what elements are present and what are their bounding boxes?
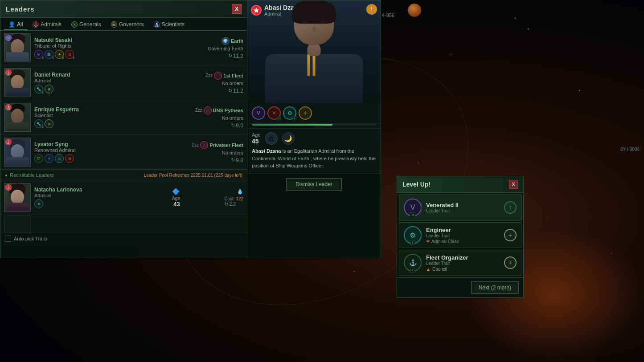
levelup-option-fleet-organizer[interactable]: ⚓ I Fleet Organizer Leader Trait ▲ Counc… bbox=[399, 250, 521, 276]
natacha-name: Natacha Larionova bbox=[34, 187, 168, 193]
fleet-organizer-sub-label: Council bbox=[432, 267, 447, 272]
enrique-status: No orders bbox=[172, 115, 243, 121]
leader-item-lysator[interactable]: ⚓ Lysator Syng Renowned Admiral 🛡 ⚛ ◎ ☠ … bbox=[0, 135, 247, 170]
next-button[interactable]: Next (2 more) bbox=[471, 281, 519, 294]
generals-tab-label: Generals bbox=[79, 21, 101, 28]
leader-item-enrique[interactable]: 🔬 Enrique Esguerra Scientist 🔧I ⊕ Zzz △ … bbox=[0, 100, 247, 135]
natacha-rank-icon: ⚓ bbox=[5, 184, 12, 191]
engineer-sub-icon: ❤ bbox=[426, 239, 430, 244]
levelup-panel: Level Up! X V II Venerated II Leader Tra… bbox=[397, 176, 524, 298]
natsuki-name: Natsuki Sasaki bbox=[34, 37, 168, 43]
trait-add-icon[interactable]: + bbox=[299, 106, 312, 120]
daniel-rank-icon: ⚓ bbox=[5, 69, 12, 76]
planet-dot bbox=[408, 4, 421, 17]
dismiss-leader-button[interactable]: Dismiss Leader bbox=[286, 178, 342, 191]
daniel-status: No orders bbox=[172, 81, 243, 86]
leader-item-natacha[interactable]: ⚓ Natacha Larionova Admiral ⚙ 🔷 💧 bbox=[0, 180, 247, 215]
trait-atom: ⚛ bbox=[45, 154, 53, 163]
trait-skull: ☠ bbox=[65, 154, 74, 163]
trait-icons-row: V ✕ I ⚙ I + bbox=[247, 103, 381, 124]
age-label: Age bbox=[252, 132, 261, 138]
tab-all[interactable]: 👤 All bbox=[4, 20, 27, 30]
natsuki-avatar: V bbox=[4, 33, 31, 62]
svg-marker-0 bbox=[254, 8, 259, 13]
enrique-name: Enrique Esguerra bbox=[34, 106, 168, 113]
detail-panel: Abasi Dzana Admiral ! bbox=[247, 0, 381, 258]
auto-pick-checkbox[interactable] bbox=[5, 236, 11, 242]
fleet-organizer-action-button[interactable]: + bbox=[504, 256, 517, 269]
enrique-avatar: 🔬 bbox=[4, 103, 31, 132]
recruitable-section-header: ● Recruitable Leaders Leader Pool Refres… bbox=[0, 170, 247, 180]
enrique-fleet: UNS Pytheas bbox=[213, 108, 243, 113]
levelup-option-venerated[interactable]: V II Venerated II Leader Trait ↑ bbox=[399, 195, 521, 220]
auto-pick-label[interactable]: Auto pick Traits bbox=[5, 236, 242, 242]
engineer-option-info: Engineer Leader Trait ❤ Admiral Class bbox=[426, 227, 500, 244]
levelup-option-engineer[interactable]: ⚙ I Engineer Leader Trait ❤ Admiral Clas… bbox=[399, 222, 521, 248]
all-tab-icon: 👤 bbox=[8, 21, 15, 28]
natacha-cost-value: 122 bbox=[236, 196, 243, 201]
lysator-cost: ↻ 9.0 bbox=[172, 157, 243, 163]
sleep-icon-daniel: Zzz bbox=[205, 73, 213, 78]
scale-icon: ⚖ bbox=[265, 132, 278, 145]
lysator-assignment: Zzz △ Privateer Fleet No orders ↻ 9.0 bbox=[172, 141, 243, 163]
sleep-icon-enrique: Zzz bbox=[195, 108, 202, 113]
enrique-rank-icon: 🔬 bbox=[5, 104, 12, 110]
venerated-option-type: Leader Trait bbox=[426, 208, 500, 213]
auto-pick-section: Auto pick Traits bbox=[0, 233, 247, 244]
venerated-symbol: V bbox=[257, 110, 260, 116]
leaders-close-button[interactable]: X bbox=[232, 4, 242, 14]
tab-governors[interactable]: 🏛 Governors bbox=[107, 20, 148, 30]
enrique-traits: 🔧I ⊕ bbox=[34, 119, 168, 128]
trait-engineer-icon: ⚙ I bbox=[283, 106, 296, 120]
admirals-tab-icon: ⚓ bbox=[33, 21, 39, 28]
daniel-name: Daniel Renard bbox=[34, 72, 168, 78]
fleet-organizer-option-info: Fleet Organizer Leader Trait ▲ Council bbox=[426, 254, 500, 272]
tab-admirals[interactable]: ⚓ Admirals bbox=[28, 20, 66, 30]
tab-generals[interactable]: ⚔ Generals bbox=[67, 20, 106, 30]
trait-shield: 🛡 bbox=[34, 154, 43, 163]
recruitable-label: ● Recruitable Leaders bbox=[5, 172, 54, 178]
levelup-close-button[interactable]: X bbox=[509, 180, 518, 189]
natsuki-assignment: 🌍 Earth Governing Earth ↻ 11.2 bbox=[172, 37, 243, 59]
natsuki-planet: Earth bbox=[231, 38, 243, 44]
engineer-level-badge: I bbox=[410, 240, 415, 245]
engineer-symbol: ⚙ bbox=[287, 110, 292, 116]
venerated-icon-symbol: V bbox=[410, 203, 415, 212]
portrait-alert-icon: ! bbox=[366, 4, 377, 15]
leader-detail-info: Age 45 ⚖ 🌙 Abasi Dzana is an Egalitarian… bbox=[247, 129, 381, 174]
natacha-traits: ⚙ bbox=[34, 199, 168, 208]
lysator-fleet: Privateer Fleet bbox=[209, 142, 243, 148]
natacha-trait: ⚙ bbox=[34, 199, 43, 208]
enrique-role: Scientist bbox=[34, 113, 168, 118]
recruitable-dot: ● bbox=[5, 173, 8, 178]
panel-title: Leaders bbox=[6, 5, 35, 13]
partial-avatar bbox=[4, 216, 31, 232]
all-tab-label: All bbox=[17, 21, 23, 28]
daniel-cost: ↻ 11.2 bbox=[172, 88, 243, 94]
natacha-info: Natacha Larionova Admiral ⚙ bbox=[34, 187, 168, 208]
natacha-age-label: Age bbox=[172, 196, 180, 201]
venerated-action-button[interactable]: ↑ bbox=[504, 201, 517, 214]
fleet-organizer-option-icon: ⚓ I bbox=[404, 254, 422, 272]
trait-gov: 🏛I bbox=[45, 50, 53, 59]
leader-bio: Abasi Dzana is an Egalitarian Admiral fr… bbox=[252, 147, 376, 170]
engineer-action-button[interactable]: + bbox=[504, 229, 517, 241]
leader-item-daniel[interactable]: ⚓ Daniel Renard Admiral 🔧I ⊕ Zzz △ 1st F… bbox=[0, 65, 247, 100]
scientists-tab-label: Scientists bbox=[162, 21, 185, 28]
add-symbol: + bbox=[303, 109, 307, 117]
natsuki-traits: ΨI 🏛I ★II ⚔I bbox=[34, 50, 168, 59]
engineer-option-sub: ❤ Admiral Class bbox=[426, 239, 500, 244]
leader-item-natsuki[interactable]: V Natsuki Sasaki Tribune of Rights ΨI 🏛I… bbox=[0, 31, 247, 65]
daniel-role: Admiral bbox=[34, 78, 168, 83]
natsuki-info: Natsuki Sasaki Tribune of Rights ΨI 🏛I ★… bbox=[34, 37, 168, 59]
venerated-level-badge: II bbox=[410, 212, 415, 217]
lysator-rank-icon: ⚓ bbox=[5, 139, 12, 145]
leader-list: V Natsuki Sasaki Tribune of Rights ΨI 🏛I… bbox=[0, 31, 247, 170]
xp-fill bbox=[252, 124, 332, 126]
engineer-option-type: Leader Trait bbox=[426, 233, 500, 238]
leader-item-partial[interactable] bbox=[0, 215, 247, 233]
venerated-option-info: Venerated II Leader Trait bbox=[426, 202, 500, 213]
fleet-icon-enrique: △ bbox=[204, 106, 212, 114]
tab-scientists[interactable]: 🔬 Scientists bbox=[149, 20, 189, 30]
fleet-organizer-sub-icon: ▲ bbox=[426, 267, 431, 272]
